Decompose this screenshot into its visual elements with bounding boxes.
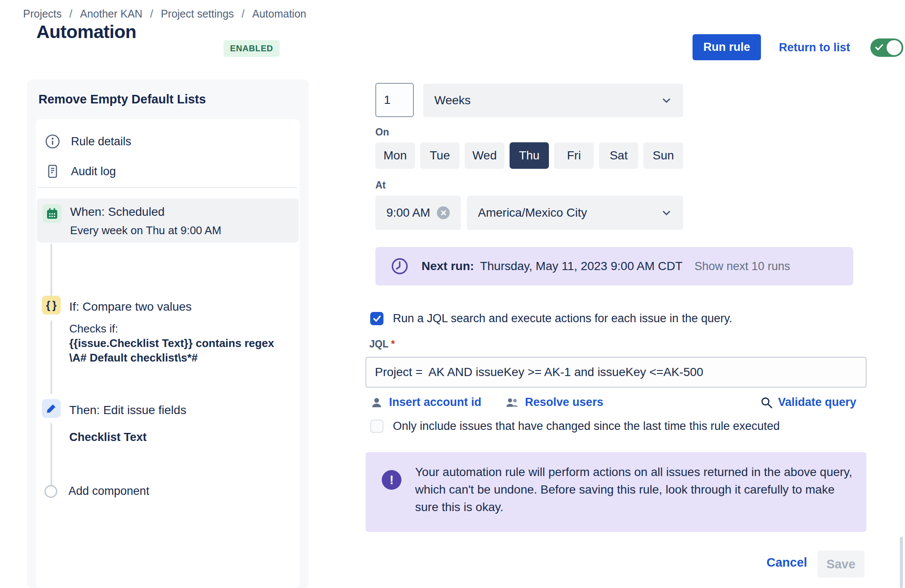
check-icon: [875, 43, 884, 52]
breadcrumb-separator: /: [242, 8, 245, 20]
step-connector: [50, 320, 52, 394]
cancel-button[interactable]: Cancel: [766, 556, 807, 570]
breadcrumb-project[interactable]: Another KAN: [80, 8, 142, 20]
sidebar-item-label: Audit log: [71, 165, 116, 178]
jql-label-text: JQL: [369, 338, 389, 350]
step-when-subtitle: Every week on Thu at 9:00 AM: [70, 224, 221, 237]
sidebar-item-audit-log[interactable]: Audit log: [44, 163, 116, 179]
braces-icon: { }: [46, 299, 56, 312]
step-connector: [50, 423, 52, 486]
changed-only-checkbox-label: Only include issues that have changed si…: [393, 420, 780, 433]
jql-field-label: JQL *: [369, 338, 395, 350]
page-title: Automation: [36, 21, 136, 42]
then-field-name: Checklist Text: [69, 431, 147, 444]
add-component-circle-icon: [44, 485, 57, 498]
resolve-users-label: Resolve users: [525, 396, 603, 409]
timezone-value: America/Mexico City: [478, 206, 587, 220]
day-button-mon[interactable]: Mon: [375, 142, 415, 169]
checkbox-unchecked-icon[interactable]: [370, 420, 383, 433]
audit-log-icon: [44, 163, 61, 179]
validate-query-link[interactable]: Validate query: [760, 396, 856, 409]
show-next-runs-link[interactable]: Show next 10 runs: [695, 260, 790, 273]
next-run-label: Next run:: [422, 259, 474, 273]
breadcrumb-separator: /: [150, 8, 153, 20]
condition-text: {{issue.Checklist Text}} contains regex …: [69, 336, 274, 365]
pencil-icon: [46, 403, 57, 414]
insert-account-id-label: Insert account id: [389, 396, 481, 409]
clear-time-icon[interactable]: ✕: [437, 206, 450, 219]
rule-name: Remove Empty Default Lists: [38, 92, 206, 106]
person-icon: [370, 396, 383, 409]
step-then-icon-block: [42, 399, 61, 418]
divider: [38, 187, 297, 188]
jql-search-checkbox-row[interactable]: Run a JQL search and execute actions for…: [370, 312, 732, 325]
rule-steps-card: Rule details Audit log: [36, 119, 300, 588]
day-button-thu[interactable]: Thu: [510, 142, 549, 169]
condition-intro: Checks if:: [69, 322, 118, 335]
add-component-button[interactable]: Add component: [44, 485, 149, 498]
interval-unit-select[interactable]: Weeks: [423, 84, 683, 117]
day-button-sat[interactable]: Sat: [599, 142, 639, 169]
search-icon: [760, 396, 773, 409]
step-if-icon-block: { }: [42, 296, 61, 315]
scrollbar-thumb[interactable]: [900, 537, 903, 588]
day-of-week-selector: Mon Tue Wed Thu Fri Sat Sun: [375, 142, 683, 169]
run-rule-button[interactable]: Run rule: [693, 34, 761, 60]
status-badge: ENABLED: [224, 40, 280, 57]
rule-enabled-toggle[interactable]: [870, 38, 903, 57]
warning-banner: ! Your automation rule will perform acti…: [366, 452, 867, 532]
on-label: On: [375, 126, 389, 138]
return-to-list-link[interactable]: Return to list: [779, 41, 850, 54]
step-connector: [50, 244, 52, 298]
add-component-label: Add component: [68, 485, 149, 498]
chevron-down-icon: [661, 207, 672, 218]
sidebar-item-rule-details[interactable]: Rule details: [44, 133, 131, 150]
toggle-knob: [887, 40, 902, 55]
save-button[interactable]: Save: [817, 550, 864, 578]
people-icon: [505, 396, 519, 409]
timezone-select[interactable]: America/Mexico City: [467, 196, 683, 230]
resolve-users-link[interactable]: Resolve users: [505, 396, 603, 409]
chevron-down-icon: [661, 95, 672, 106]
breadcrumb: Projects / Another KAN / Project setting…: [23, 8, 306, 20]
step-then-title[interactable]: Then: Edit issue fields: [69, 403, 186, 417]
breadcrumb-project-settings[interactable]: Project settings: [161, 8, 234, 20]
interval-unit-value: Weeks: [434, 94, 471, 107]
automation-rule-page: Projects / Another KAN / Project setting…: [0, 0, 905, 588]
step-when-title: When: Scheduled: [70, 205, 165, 219]
warning-text: Your automation rule will perform action…: [415, 463, 855, 516]
rule-sidebar: Remove Empty Default Lists Rule details …: [27, 79, 309, 588]
jql-search-checkbox-label: Run a JQL search and execute actions for…: [393, 312, 732, 325]
day-button-sun[interactable]: Sun: [643, 142, 683, 169]
jql-query-input[interactable]: [366, 357, 867, 388]
time-value: 9:00 AM: [386, 206, 430, 220]
jql-helper-links: Insert account id Resolve users: [370, 396, 603, 409]
day-button-wed[interactable]: Wed: [465, 142, 504, 169]
required-marker: *: [391, 338, 395, 350]
sidebar-item-label: Rule details: [71, 135, 131, 148]
insert-account-id-link[interactable]: Insert account id: [370, 396, 481, 409]
interval-value-input[interactable]: [375, 83, 414, 117]
step-if-title[interactable]: If: Compare two values: [69, 300, 192, 314]
breadcrumb-separator: /: [69, 8, 72, 20]
next-run-value: Thursday, May 11, 2023 9:00 AM CDT: [480, 259, 683, 273]
step-when-scheduled[interactable]: When: Scheduled Every week on Thu at 9:0…: [37, 198, 299, 243]
at-label: At: [375, 179, 386, 191]
breadcrumb-automation[interactable]: Automation: [252, 8, 306, 20]
clock-icon: [391, 257, 409, 275]
changed-only-checkbox-row[interactable]: Only include issues that have changed si…: [370, 420, 780, 433]
time-select[interactable]: 9:00 AM ✕: [375, 196, 461, 230]
breadcrumb-projects[interactable]: Projects: [23, 8, 62, 20]
day-button-tue[interactable]: Tue: [420, 142, 460, 169]
validate-query-label: Validate query: [778, 396, 856, 409]
exclamation-icon: !: [382, 470, 401, 490]
checkbox-checked-icon[interactable]: [370, 312, 383, 325]
day-button-fri[interactable]: Fri: [554, 142, 594, 169]
calendar-icon: [46, 208, 58, 220]
next-run-banner: Next run: Thursday, May 11, 2023 9:00 AM…: [375, 247, 853, 285]
info-icon: [44, 133, 61, 150]
